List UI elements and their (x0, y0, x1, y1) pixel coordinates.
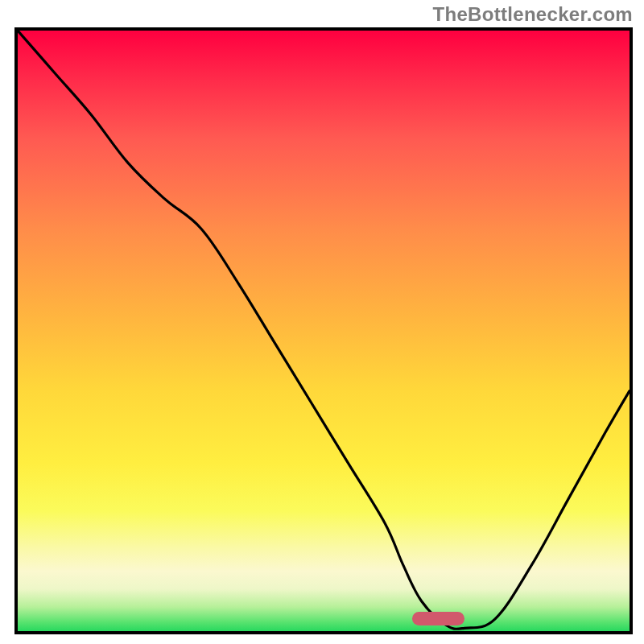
bottleneck-curve (18, 31, 630, 629)
chart-container: TheBottlenecker.com (0, 0, 644, 644)
watermark-text: TheBottlenecker.com (433, 3, 633, 26)
optimal-range-marker (412, 612, 464, 625)
chart-plot-area (18, 31, 630, 631)
